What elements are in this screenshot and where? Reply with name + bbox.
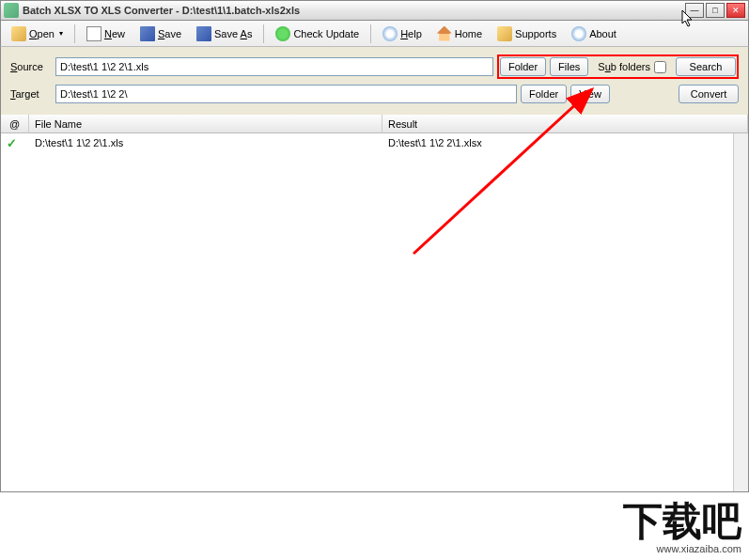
file-list: @ File Name Result ✓ D:\test\1 1\2 2\1.x… (0, 115, 749, 492)
sub-folders-label[interactable]: Sub folders (598, 61, 666, 73)
col-header-filename[interactable]: File Name (29, 115, 382, 132)
separator (370, 24, 371, 43)
form-area: Source Folder Files Sub folders Search T… (0, 47, 749, 115)
col-header-result[interactable]: Result (382, 115, 748, 132)
source-label: Source (10, 61, 50, 72)
home-label: Home (455, 28, 482, 39)
list-header: @ File Name Result (1, 115, 748, 133)
source-files-button[interactable]: Files (550, 57, 588, 76)
watermark-url: www.xiazaiba.com (623, 543, 741, 554)
source-row: Source Folder Files Sub folders Search (10, 54, 739, 79)
target-label: Target (10, 88, 50, 100)
app-icon (4, 3, 19, 18)
help-icon (382, 26, 398, 41)
home-icon (437, 26, 452, 41)
target-folder-button[interactable]: Folder (521, 85, 567, 103)
source-input[interactable] (55, 57, 493, 76)
new-icon (86, 26, 101, 41)
open-label: pen (38, 28, 55, 39)
check-update-button[interactable]: Check Update (269, 23, 366, 45)
cursor-icon (681, 9, 694, 28)
search-button[interactable]: Search (676, 57, 736, 76)
open-button[interactable]: Open ▾ (5, 23, 70, 45)
convert-button[interactable]: Convert (679, 85, 739, 103)
save-as-button[interactable]: Save As (190, 23, 258, 45)
col-header-status[interactable]: @ (1, 115, 29, 132)
about-button[interactable]: About (565, 23, 623, 45)
chevron-down-icon: ▾ (59, 29, 63, 38)
about-icon (571, 26, 586, 41)
list-body: ✓ D:\test\1 1\2 2\1.xls D:\test\1 1\2 2\… (1, 133, 748, 152)
sub-folders-checkbox[interactable] (654, 61, 666, 73)
window-title: Batch XLSX TO XLS Converter - D:\test\1\… (23, 5, 685, 16)
supports-label: Supports (515, 28, 556, 39)
save-button[interactable]: Save (133, 23, 188, 45)
annotation-box-source: Folder Files Sub folders Search (497, 54, 739, 79)
update-icon (275, 26, 290, 41)
new-button[interactable]: New (80, 23, 132, 45)
check-update-label: Check Update (293, 28, 359, 39)
source-folder-button[interactable]: Folder (500, 57, 546, 76)
row-status: ✓ (1, 134, 29, 152)
titlebar: Batch XLSX TO XLS Converter - D:\test\1\… (0, 0, 749, 21)
separator (74, 24, 75, 43)
row-result: D:\test\1 1\2 2\1.xlsx (382, 135, 748, 150)
open-icon (11, 26, 26, 41)
toolbar: Open ▾ New Save Save As Check Update Hel… (0, 21, 749, 47)
target-row: Target Folder View Convert (10, 85, 739, 103)
check-icon: ✓ (7, 136, 17, 150)
scrollbar[interactable] (733, 133, 748, 491)
save-icon (140, 26, 155, 41)
watermark-text: 下载吧 (623, 502, 741, 541)
watermark: 下载吧 www.xiazaiba.com (623, 502, 741, 554)
home-button[interactable]: Home (430, 23, 489, 45)
save-as-icon (196, 26, 211, 41)
close-button[interactable]: ✕ (726, 3, 745, 18)
separator (263, 24, 264, 43)
support-icon (497, 26, 512, 41)
maximize-button[interactable]: □ (706, 3, 725, 18)
row-filename: D:\test\1 1\2 2\1.xls (29, 135, 382, 150)
list-row[interactable]: ✓ D:\test\1 1\2 2\1.xls D:\test\1 1\2 2\… (1, 133, 748, 152)
target-input[interactable] (55, 85, 517, 103)
view-button[interactable]: View (570, 85, 610, 103)
about-label: About (589, 28, 616, 39)
supports-button[interactable]: Supports (491, 23, 563, 45)
help-button[interactable]: Help (376, 23, 429, 45)
